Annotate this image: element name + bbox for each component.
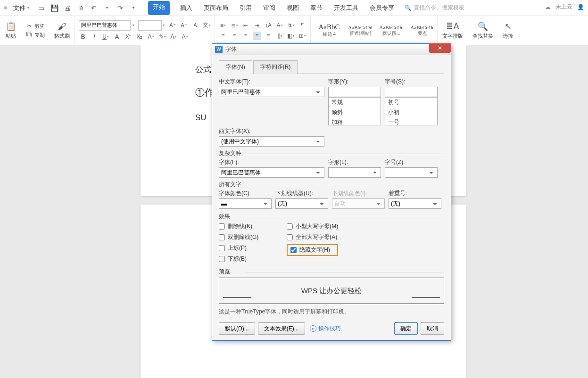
west-font-select[interactable]: (使用中文字体): [219, 136, 324, 147]
underline-select[interactable]: (无): [275, 198, 328, 209]
style-listbox[interactable]: 常规 倾斜 加粗: [328, 97, 381, 125]
style-normal-web[interactable]: AaBbCcDd普通(网站): [346, 20, 375, 41]
shrink-font-icon[interactable]: A⁻: [180, 21, 188, 30]
small-caps-checkbox[interactable]: 小型大写字母(M): [287, 222, 338, 230]
close-button[interactable]: ✕: [429, 43, 451, 53]
subscript-icon[interactable]: X₂: [135, 33, 144, 41]
style-input[interactable]: [328, 87, 381, 97]
tab-start[interactable]: 开始: [148, 1, 170, 15]
tab-chapter[interactable]: 章节: [309, 1, 323, 15]
ok-button[interactable]: 确定: [394, 322, 418, 335]
align-center-icon[interactable]: ≡: [230, 32, 239, 40]
font-color-select[interactable]: ▬: [219, 198, 272, 209]
font-family-select[interactable]: [79, 20, 131, 31]
complex-style-select[interactable]: [328, 167, 381, 178]
subscript-checkbox[interactable]: 下标(B): [219, 255, 258, 263]
font-size-select[interactable]: [138, 20, 162, 31]
text-effects-icon[interactable]: A: [147, 33, 155, 41]
change-case-icon[interactable]: 文: [202, 21, 211, 30]
decrease-indent-icon[interactable]: ⇤: [241, 21, 250, 30]
cn-font-select[interactable]: 阿里巴巴普惠体: [219, 87, 324, 97]
style-keypoint[interactable]: AaBbCcDd要点: [408, 20, 437, 41]
find-replace-button[interactable]: 🔍查找替换: [471, 20, 495, 41]
list-item[interactable]: 倾斜: [329, 107, 381, 117]
cancel-button[interactable]: 取消: [421, 322, 444, 335]
align-text-icon[interactable]: A: [275, 21, 284, 30]
print-preview-icon[interactable]: 🗎: [76, 4, 85, 12]
copy-button[interactable]: ⿻复制: [24, 31, 47, 39]
tab-layout[interactable]: 页面布局: [203, 1, 229, 15]
save-icon[interactable]: 💾: [50, 4, 58, 12]
style-default-para[interactable]: AaBbCcDd默认段...: [377, 20, 406, 41]
emphasis-select[interactable]: (无): [389, 198, 441, 209]
align-justify-icon[interactable]: ≡: [253, 32, 261, 40]
new-icon[interactable]: ▭: [37, 4, 45, 12]
list-item[interactable]: 小初: [385, 107, 437, 117]
clear-format-icon[interactable]: Ａ: [191, 21, 199, 30]
increase-indent-icon[interactable]: ⇥: [253, 21, 261, 30]
size-input[interactable]: [385, 87, 438, 97]
list-item[interactable]: 初号: [385, 98, 437, 107]
list-item[interactable]: 常规: [329, 98, 381, 107]
redo-icon[interactable]: ↷: [116, 4, 124, 12]
complex-size-select[interactable]: [385, 167, 438, 178]
bold-icon[interactable]: B: [79, 33, 87, 41]
chevron-down-icon[interactable]: ▾: [163, 23, 165, 27]
align-right-icon[interactable]: ≡: [241, 32, 250, 40]
print-icon[interactable]: 🖨: [63, 4, 72, 12]
line-spacing-icon[interactable]: ‖: [275, 32, 284, 40]
text-direction-icon[interactable]: ↕A: [264, 21, 273, 30]
style-heading4[interactable]: AaBbC标题 4: [315, 20, 344, 41]
tab-member[interactable]: 会员专享: [369, 1, 395, 15]
user-icon[interactable]: 👤: [577, 4, 584, 10]
superscript-checkbox[interactable]: 上标(P): [219, 244, 258, 252]
tab-review[interactable]: 审阅: [262, 1, 276, 15]
sort-icon[interactable]: ↯: [287, 21, 295, 30]
text-layout-button[interactable]: ≣A文字排版: [440, 20, 465, 41]
size-listbox[interactable]: 初号 小初 一号: [385, 97, 438, 125]
tab-font[interactable]: 字体(N): [219, 60, 252, 74]
fill-color-icon[interactable]: ◧: [287, 32, 295, 40]
cloud-icon[interactable]: ☁: [545, 4, 551, 10]
tips-link[interactable]: ▸操作技巧: [310, 325, 341, 333]
align-left-icon[interactable]: ≡: [219, 32, 227, 40]
text-effects-button[interactable]: 文本效果(E)...: [258, 322, 305, 335]
complex-font-select[interactable]: 阿里巴巴普惠体: [219, 167, 324, 178]
paste-button[interactable]: 📋 粘贴: [4, 20, 18, 41]
undo-dropdown-icon[interactable]: ▾: [103, 4, 111, 12]
tab-devtools[interactable]: 开发工具: [333, 1, 359, 15]
font-color-icon[interactable]: A: [169, 33, 178, 41]
underline-icon[interactable]: U: [101, 33, 110, 41]
shading-icon[interactable]: A: [181, 33, 189, 41]
undo-icon[interactable]: ↶: [90, 4, 98, 12]
highlight-icon[interactable]: ✎: [158, 33, 166, 41]
grow-font-icon[interactable]: A⁺: [168, 21, 177, 30]
redo-dropdown-icon[interactable]: ▾: [129, 4, 138, 12]
borders-icon[interactable]: ⊞: [298, 32, 306, 40]
hamburger-icon[interactable]: ≡: [2, 4, 9, 11]
cut-button[interactable]: ✂剪切: [24, 22, 47, 30]
file-menu[interactable]: 文件 ▾: [9, 4, 33, 12]
command-search[interactable]: 🔍 查找命令、搜索模板: [405, 4, 464, 12]
numbering-icon[interactable]: ≣: [230, 21, 239, 30]
list-item[interactable]: 一号: [385, 117, 437, 125]
dialog-titlebar[interactable]: W 字体 ✕: [212, 44, 451, 55]
show-marks-icon[interactable]: ¶: [298, 21, 306, 30]
tab-char-spacing[interactable]: 字符间距(R): [253, 60, 298, 74]
format-painter-button[interactable]: 🖌 格式刷: [52, 21, 72, 41]
strike-icon[interactable]: A̶: [113, 33, 121, 41]
tab-view[interactable]: 视图: [286, 1, 300, 15]
strike-checkbox[interactable]: 删除线(K): [219, 222, 258, 230]
all-caps-checkbox[interactable]: 全部大写字母(A): [287, 233, 338, 241]
default-button[interactable]: 默认(D)...: [219, 322, 255, 335]
align-distribute-icon[interactable]: ≡: [264, 32, 273, 40]
italic-icon[interactable]: I: [90, 33, 99, 41]
list-item[interactable]: 加粗: [329, 117, 381, 125]
select-button[interactable]: ↖选择: [501, 20, 515, 41]
double-strike-checkbox[interactable]: 双删除线(G): [219, 233, 258, 241]
tab-references[interactable]: 引用: [239, 1, 253, 15]
superscript-icon[interactable]: X²: [124, 33, 133, 41]
hidden-text-checkbox[interactable]: 隐藏文字(H): [290, 246, 330, 254]
tab-insert[interactable]: 插入: [179, 1, 193, 15]
chevron-down-icon[interactable]: ▾: [133, 23, 134, 27]
